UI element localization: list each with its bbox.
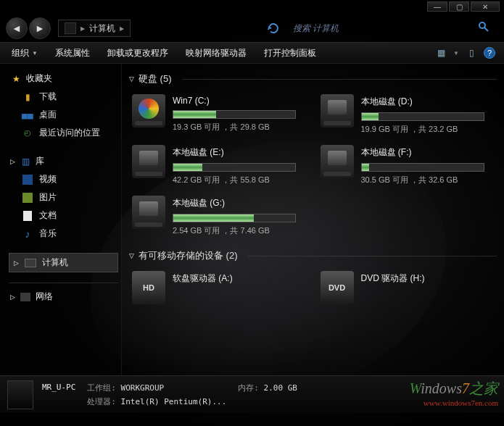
minimize-button[interactable]: — <box>427 1 447 12</box>
drive-capacity-bar <box>361 112 484 121</box>
forward-button[interactable]: ► <box>29 17 51 39</box>
drives-section-head[interactable]: ▽ 硬盘 (5) <box>129 70 497 91</box>
drive-icon <box>321 145 354 178</box>
document-icon <box>23 211 32 221</box>
drive-capacity-bar <box>361 163 484 172</box>
drive-name: 本地磁盘 (G:) <box>173 197 306 209</box>
device-icon: DVD <box>321 271 354 304</box>
status-cpu: Intel(R) Pentium(R)... <box>121 397 227 406</box>
drive-icon <box>132 94 165 128</box>
svg-point-0 <box>479 22 485 28</box>
drive-item[interactable]: Win7 (C:)19.3 GB 可用 ，共 29.8 GB <box>129 91 309 138</box>
drive-free-text: 42.2 GB 可用 ，共 55.8 GB <box>173 175 306 185</box>
sidebar-item-music[interactable]: ♪音乐 <box>9 225 118 243</box>
star-icon: ★ <box>10 73 22 85</box>
watermark: Windows7之家 www.windows7en.com <box>410 379 498 407</box>
drive-capacity-bar <box>173 163 296 172</box>
status-pc-name: MR_U-PC <box>42 383 75 393</box>
address-bar[interactable]: ▶ 计算机 ▶ <box>58 20 131 37</box>
caret-down-icon: ▽ <box>129 252 134 259</box>
sidebar-item-documents[interactable]: 文档 <box>9 206 118 225</box>
status-workgroup: WORKGROUP <box>121 383 165 393</box>
device-item[interactable]: HD软盘驱动器 (A:) <box>129 268 309 307</box>
device-name: 软盘驱动器 (A:) <box>173 272 306 285</box>
recent-icon: ◴ <box>22 128 33 139</box>
sidebar-item-videos[interactable]: 视频 <box>9 170 118 188</box>
device-name: DVD 驱动器 (H:) <box>361 272 495 285</box>
preview-pane-icon[interactable]: ▯ <box>465 46 478 59</box>
drive-item[interactable]: 本地磁盘 (F:)30.5 GB 可用 ，共 32.6 GB <box>318 142 497 188</box>
drive-name: 本地磁盘 (F:) <box>361 146 495 159</box>
sidebar-item-pictures[interactable]: 图片 <box>9 188 118 206</box>
refresh-icon[interactable] <box>265 20 281 36</box>
desktop-icon: ▅▅ <box>22 109 33 121</box>
toolbar-control-panel[interactable]: 打开控制面板 <box>255 43 325 64</box>
library-icon: ▥ <box>20 156 31 167</box>
sidebar-item-downloads[interactable]: ▮下载 <box>9 88 118 106</box>
drive-item[interactable]: 本地磁盘 (G:)2.54 GB 可用 ，共 7.46 GB <box>129 193 309 239</box>
sidebar-favorites-head[interactable]: ★ 收藏夹 <box>9 70 118 88</box>
search-icon[interactable] <box>471 18 498 38</box>
drive-free-text: 19.9 GB 可用 ，共 23.2 GB <box>361 124 495 135</box>
drive-icon <box>321 94 354 128</box>
picture-icon <box>22 193 33 203</box>
content-pane: ▽ 硬盘 (5) Win7 (C:)19.3 GB 可用 ，共 29.8 GB本… <box>122 64 504 375</box>
computer-icon <box>25 259 36 267</box>
nav-row: ◄ ► ▶ 计算机 ▶ 搜索 计算机 <box>0 14 504 42</box>
drive-free-text: 2.54 GB 可用 ，共 7.46 GB <box>173 225 306 236</box>
devices-section-head[interactable]: ▽ 有可移动存储的设备 (2) <box>129 246 497 268</box>
download-icon: ▮ <box>22 91 33 103</box>
drive-item[interactable]: 本地磁盘 (D:)19.9 GB 可用 ，共 23.2 GB <box>318 91 497 138</box>
toolbar-uninstall[interactable]: 卸载或更改程序 <box>99 43 177 64</box>
network-icon <box>20 293 30 301</box>
sidebar-libraries-head[interactable]: ▷ ▥ 库 <box>9 152 118 170</box>
svg-line-1 <box>484 28 488 31</box>
sidebar-item-computer[interactable]: ▷ 计算机 <box>9 253 118 272</box>
drive-free-text: 19.3 GB 可用 ，共 29.8 GB <box>173 122 306 133</box>
search-box[interactable]: 搜索 计算机 <box>293 22 339 35</box>
caret-down-icon: ▽ <box>129 75 134 83</box>
toolbar-organize[interactable]: 组织▼ <box>3 43 46 64</box>
caret-icon: ▷ <box>10 158 15 165</box>
help-icon[interactable]: ? <box>484 47 495 59</box>
drive-capacity-bar <box>173 214 296 222</box>
sidebar-item-desktop[interactable]: ▅▅桌面 <box>9 106 118 124</box>
drive-name: 本地磁盘 (D:) <box>361 96 495 108</box>
toolbar-map-drive[interactable]: 映射网络驱动器 <box>177 43 255 64</box>
music-icon: ♪ <box>22 228 33 240</box>
computer-icon <box>7 380 33 409</box>
maximize-button[interactable]: ▢ <box>449 1 469 12</box>
device-icon: HD <box>132 271 165 304</box>
drive-name: 本地磁盘 (E:) <box>173 146 306 159</box>
view-mode-icon[interactable]: ▦ <box>434 46 447 59</box>
search-placeholder: 搜索 计算机 <box>293 22 339 35</box>
back-button[interactable]: ◄ <box>6 17 28 39</box>
drive-free-text: 30.5 GB 可用 ，共 32.6 GB <box>361 175 495 185</box>
titlebar: — ▢ ✕ <box>0 0 504 14</box>
caret-icon: ▷ <box>10 293 15 301</box>
drive-name: Win7 (C:) <box>173 96 306 106</box>
drive-icon <box>132 145 165 178</box>
caret-icon: ▷ <box>14 259 19 267</box>
status-memory: 2.00 GB <box>264 383 297 393</box>
video-icon <box>22 175 33 185</box>
drive-capacity-bar <box>173 110 296 119</box>
toolbar-system-props[interactable]: 系统属性 <box>46 43 99 64</box>
breadcrumb-label: 计算机 <box>89 22 115 35</box>
drive-item[interactable]: 本地磁盘 (E:)42.2 GB 可用 ，共 55.8 GB <box>129 142 309 188</box>
sidebar-item-recent[interactable]: ◴最近访问的位置 <box>9 124 118 142</box>
sidebar: ★ 收藏夹 ▮下载 ▅▅桌面 ◴最近访问的位置 ▷ ▥ 库 视频 图片 文档 ♪… <box>0 64 122 375</box>
drive-icon <box>132 196 165 229</box>
device-item[interactable]: DVDDVD 驱动器 (H:) <box>318 268 497 307</box>
close-button[interactable]: ✕ <box>471 1 500 12</box>
sidebar-item-network[interactable]: ▷ 网络 <box>9 288 118 306</box>
toolbar: 组织▼ 系统属性 卸载或更改程序 映射网络驱动器 打开控制面板 ▦ ▼ ▯ ? <box>0 42 504 64</box>
computer-icon <box>65 22 76 34</box>
